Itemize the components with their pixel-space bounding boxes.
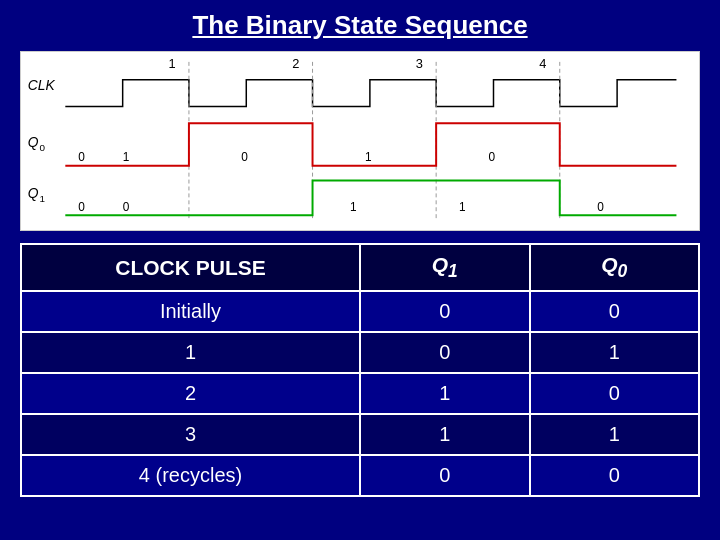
cell-pulse: Initially — [21, 291, 360, 332]
page-title: The Binary State Sequence — [192, 10, 527, 41]
table-row: Initially00 — [21, 291, 699, 332]
cell-q1: 0 — [360, 455, 530, 496]
svg-text:0: 0 — [597, 200, 604, 214]
table-header-row: CLOCK PULSE Q1 Q0 — [21, 244, 699, 291]
header-clock-pulse: CLOCK PULSE — [21, 244, 360, 291]
svg-text:0: 0 — [241, 150, 248, 164]
svg-text:3: 3 — [416, 56, 423, 71]
svg-text:1: 1 — [459, 200, 466, 214]
svg-text:1: 1 — [350, 200, 357, 214]
svg-text:1: 1 — [365, 150, 372, 164]
page-container: The Binary State Sequence CLK 1 2 3 4 Q … — [0, 0, 720, 540]
svg-text:0: 0 — [489, 150, 496, 164]
timing-diagram: CLK 1 2 3 4 Q 0 0 1 — [20, 51, 700, 231]
table-row: 210 — [21, 373, 699, 414]
svg-text:1: 1 — [123, 150, 130, 164]
cell-q0: 0 — [530, 373, 700, 414]
svg-text:CLK: CLK — [28, 77, 56, 93]
cell-pulse: 4 (recycles) — [21, 455, 360, 496]
cell-q0: 0 — [530, 455, 700, 496]
header-q0: Q0 — [530, 244, 700, 291]
svg-text:0: 0 — [78, 150, 85, 164]
svg-text:Q: Q — [28, 134, 39, 150]
cell-q1: 0 — [360, 291, 530, 332]
svg-text:2: 2 — [292, 56, 299, 71]
cell-q0: 1 — [530, 414, 700, 455]
svg-text:4: 4 — [539, 56, 546, 71]
cell-pulse: 3 — [21, 414, 360, 455]
cell-q1: 1 — [360, 414, 530, 455]
svg-text:1: 1 — [169, 56, 176, 71]
header-q1: Q1 — [360, 244, 530, 291]
cell-pulse: 1 — [21, 332, 360, 373]
table-row: 4 (recycles)00 — [21, 455, 699, 496]
cell-q1: 0 — [360, 332, 530, 373]
svg-text:0: 0 — [123, 200, 130, 214]
cell-q0: 0 — [530, 291, 700, 332]
svg-text:Q: Q — [28, 185, 39, 201]
state-table: CLOCK PULSE Q1 Q0 Initially001012103114 … — [20, 243, 700, 497]
svg-text:0: 0 — [40, 142, 46, 153]
table-row: 101 — [21, 332, 699, 373]
cell-pulse: 2 — [21, 373, 360, 414]
cell-q0: 1 — [530, 332, 700, 373]
table-row: 311 — [21, 414, 699, 455]
cell-q1: 1 — [360, 373, 530, 414]
svg-text:1: 1 — [40, 193, 46, 204]
svg-text:0: 0 — [78, 200, 85, 214]
